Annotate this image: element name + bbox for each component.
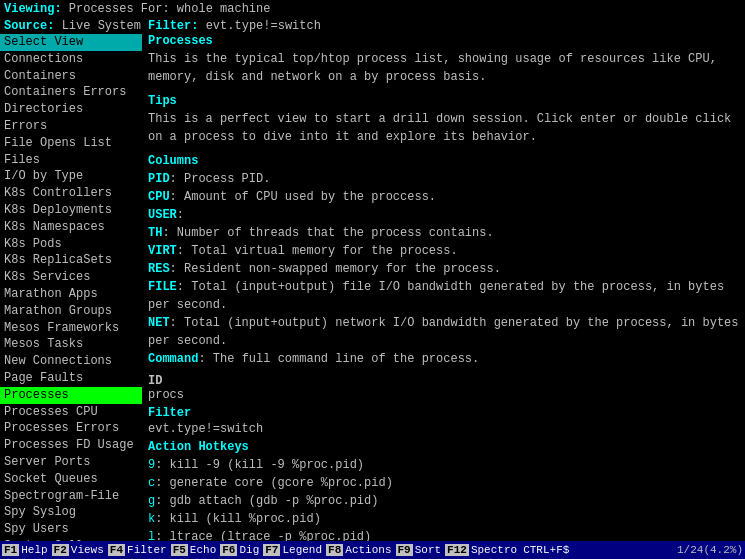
viewing-value: Processes For: whole machine bbox=[69, 2, 271, 16]
columns-title: Columns bbox=[148, 154, 739, 168]
sidebar-item-server-ports[interactable]: Server Ports bbox=[0, 454, 142, 471]
content-title: Processes bbox=[148, 34, 739, 48]
sidebar-item-k8s-replicasets[interactable]: K8s ReplicaSets bbox=[0, 252, 142, 269]
id-section: ID procs bbox=[148, 374, 739, 402]
sidebar-item-containers[interactable]: Containers bbox=[0, 68, 142, 85]
sidebar-item-select-view[interactable]: Select View bbox=[0, 34, 142, 51]
tips-text: This is a perfect view to start a drill … bbox=[148, 110, 739, 146]
fn-f7[interactable]: F7Legend bbox=[263, 544, 324, 556]
column-entry-pid: PID: Process PID. bbox=[148, 170, 739, 188]
sidebar-item-k8s-deployments[interactable]: K8s Deployments bbox=[0, 202, 142, 219]
sidebar-item-k8s-controllers[interactable]: K8s Controllers bbox=[0, 185, 142, 202]
fn-f5[interactable]: F5Echo bbox=[171, 544, 219, 556]
tips-title: Tips bbox=[148, 94, 739, 108]
sidebar-item-connections[interactable]: Connections bbox=[0, 51, 142, 68]
sidebar-item-spy-users[interactable]: Spy Users bbox=[0, 521, 142, 538]
bottom-bar: F1HelpF2ViewsF4FilterF5EchoF6DigF7Legend… bbox=[0, 541, 745, 559]
sidebar-item-socket-queues[interactable]: Socket Queues bbox=[0, 471, 142, 488]
sidebar-item-processes-cpu[interactable]: Processes CPU bbox=[0, 404, 142, 421]
sidebar-item-files[interactable]: Files bbox=[0, 152, 142, 169]
sidebar-item-k8s-services[interactable]: K8s Services bbox=[0, 269, 142, 286]
fn-f8[interactable]: F8Actions bbox=[326, 544, 393, 556]
filter-section-value: evt.type!=switch bbox=[148, 422, 739, 436]
fn-f12[interactable]: F12Spectro bbox=[445, 544, 519, 556]
hotkey-g: g: gdb attach (gdb -p %proc.pid) bbox=[148, 492, 739, 510]
id-label: ID bbox=[148, 374, 162, 388]
sidebar-item-k8s-pods[interactable]: K8s Pods bbox=[0, 236, 142, 253]
fn-f2[interactable]: F2Views bbox=[52, 544, 106, 556]
sidebar-item-marathon-groups[interactable]: Marathon Groups bbox=[0, 303, 142, 320]
column-entry-user: USER: bbox=[148, 206, 739, 224]
sidebar-item-page-faults[interactable]: Page Faults bbox=[0, 370, 142, 387]
main-area: Select ViewConnectionsContainersContaine… bbox=[0, 34, 745, 541]
hotkeys-list: 9: kill -9 (kill -9 %proc.pid)c: generat… bbox=[148, 456, 739, 541]
fn-f6[interactable]: F6Dig bbox=[220, 544, 261, 556]
bottom-keys: F1HelpF2ViewsF4FilterF5EchoF6DigF7Legend… bbox=[2, 544, 569, 556]
sidebar: Select ViewConnectionsContainersContaine… bbox=[0, 34, 142, 541]
filter-section: Filter evt.type!=switch bbox=[148, 406, 739, 436]
sidebar-item-spectrogram-file[interactable]: Spectrogram-File bbox=[0, 488, 142, 505]
source-label: Source: bbox=[4, 19, 54, 33]
fn-f1[interactable]: F1Help bbox=[2, 544, 50, 556]
sidebar-item-i/o-by-type[interactable]: I/O by Type bbox=[0, 168, 142, 185]
sidebar-item-mesos-tasks[interactable]: Mesos Tasks bbox=[0, 336, 142, 353]
hotkey-c: c: generate core (gcore %proc.pid) bbox=[148, 474, 739, 492]
hotkeys-section: Action Hotkeys 9: kill -9 (kill -9 %proc… bbox=[148, 440, 739, 541]
column-entry-command: Command: The full command line of the pr… bbox=[148, 350, 739, 368]
sidebar-item-file-opens-list[interactable]: File Opens List bbox=[0, 135, 142, 152]
columns-list: PID: Process PID.CPU: Amount of CPU used… bbox=[148, 170, 739, 368]
sidebar-item-processes[interactable]: Processes bbox=[0, 387, 142, 404]
top-bar: Viewing: Processes For: whole machine bbox=[0, 0, 745, 18]
sidebar-item-k8s-namespaces[interactable]: K8s Namespaces bbox=[0, 219, 142, 236]
filter-section-title: Filter bbox=[148, 406, 739, 420]
column-entry-virt: VIRT: Total virtual memory for the proce… bbox=[148, 242, 739, 260]
source-bar: Source: Live System Filter: evt.type!=sw… bbox=[0, 18, 745, 34]
hotkey-k: k: kill (kill %proc.pid) bbox=[148, 510, 739, 528]
sidebar-item-errors[interactable]: Errors bbox=[0, 118, 142, 135]
hotkeys-title: Action Hotkeys bbox=[148, 440, 739, 454]
sidebar-item-directories[interactable]: Directories bbox=[0, 101, 142, 118]
sidebar-item-marathon-apps[interactable]: Marathon Apps bbox=[0, 286, 142, 303]
sidebar-item-containers-errors[interactable]: Containers Errors bbox=[0, 84, 142, 101]
viewing-label: Viewing: bbox=[4, 2, 62, 16]
filter-label: Filter: bbox=[148, 19, 198, 33]
content-panel: Processes This is the typical top/htop p… bbox=[142, 34, 745, 541]
column-entry-file: FILE: Total (input+output) file I/O band… bbox=[148, 278, 739, 314]
id-value: procs bbox=[148, 388, 184, 402]
hotkey-l: l: ltrace (ltrace -p %proc.pid) bbox=[148, 528, 739, 541]
column-entry-net: NET: Total (input+output) network I/O ba… bbox=[148, 314, 739, 350]
fn-f9[interactable]: F9Sort bbox=[396, 544, 444, 556]
page-info: 1/24(4.2%) bbox=[677, 544, 743, 556]
sidebar-item-processes-fd-usage[interactable]: Processes FD Usage bbox=[0, 437, 142, 454]
sidebar-item-spy-syslog[interactable]: Spy Syslog bbox=[0, 504, 142, 521]
sidebar-item-new-connections[interactable]: New Connections bbox=[0, 353, 142, 370]
sidebar-item-mesos-frameworks[interactable]: Mesos Frameworks bbox=[0, 320, 142, 337]
content-description: This is the typical top/htop process lis… bbox=[148, 50, 739, 86]
column-entry-cpu: CPU: Amount of CPU used by the proccess. bbox=[148, 188, 739, 206]
ctrl-label: CTRL+F$ bbox=[523, 544, 569, 556]
sidebar-item-processes-errors[interactable]: Processes Errors bbox=[0, 420, 142, 437]
filter-value: evt.type!=switch bbox=[206, 19, 321, 33]
fn-f4[interactable]: F4Filter bbox=[108, 544, 169, 556]
column-entry-th: TH: Number of threads that the process c… bbox=[148, 224, 739, 242]
source-value: Live System bbox=[62, 19, 141, 33]
column-entry-res: RES: Resident non-swapped memory for the… bbox=[148, 260, 739, 278]
hotkey-9: 9: kill -9 (kill -9 %proc.pid) bbox=[148, 456, 739, 474]
